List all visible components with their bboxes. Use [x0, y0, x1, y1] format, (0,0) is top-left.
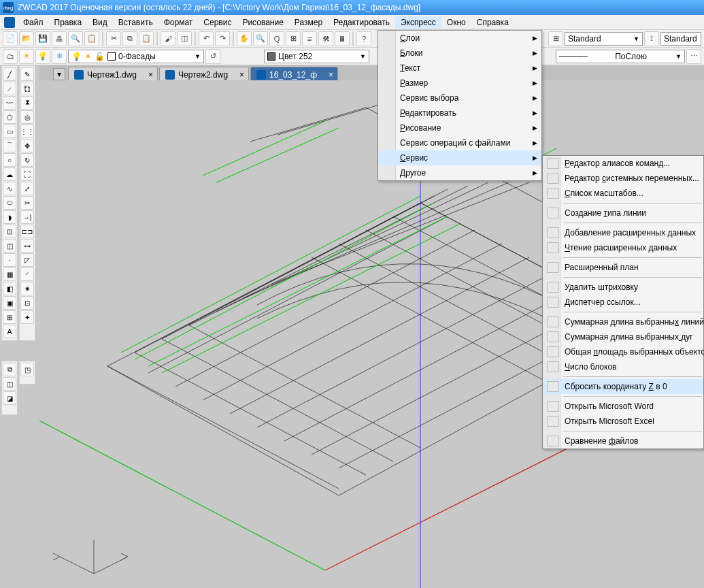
- tab-close[interactable]: ×: [329, 70, 333, 80]
- props-button[interactable]: ≡: [302, 31, 317, 46]
- offset-tool[interactable]: ◎: [20, 110, 34, 124]
- table-style-icon[interactable]: ⊞: [548, 31, 563, 46]
- express-dropdown[interactable]: Слои▶Блоки▶Текст▶Размер▶Сервис выбора▶Ре…: [378, 30, 542, 181]
- xline-tool[interactable]: ⟋: [3, 82, 16, 95]
- menu-item[interactable]: Сбросить координату Z в 0: [543, 379, 703, 394]
- trim-tool[interactable]: ✂: [20, 196, 34, 210]
- design-button[interactable]: ⊞: [286, 31, 301, 46]
- publish-button[interactable]: 📋: [84, 31, 99, 46]
- t3[interactable]: ◪: [3, 391, 16, 405]
- ellipsearc-tool[interactable]: ◗: [3, 210, 16, 224]
- join-tool[interactable]: ⊶: [20, 239, 34, 252]
- menu-item[interactable]: Открыть Microsoft Excel: [543, 414, 703, 429]
- menu-item[interactable]: Рисование▶: [378, 120, 541, 135]
- menu-справка[interactable]: Справка: [471, 16, 514, 29]
- break-tool[interactable]: ⊏⊐: [20, 225, 34, 238]
- zoom2-button[interactable]: Q: [269, 31, 284, 46]
- menu-файл[interactable]: Файл: [18, 16, 49, 29]
- block-tool[interactable]: ◫: [3, 239, 16, 252]
- gradient-tool[interactable]: ◧: [3, 282, 16, 295]
- menu-item[interactable]: Расширенный план: [543, 260, 703, 275]
- t4[interactable]: ◳: [20, 363, 34, 376]
- copy-tool[interactable]: ⿻: [20, 82, 34, 95]
- arc-tool[interactable]: ⌒: [3, 139, 16, 152]
- menu-item[interactable]: Сервис▶: [378, 150, 541, 165]
- erase-tool[interactable]: ✎: [20, 67, 34, 81]
- cut-button[interactable]: ✂: [106, 31, 121, 46]
- layer-prev-button[interactable]: ↺: [205, 49, 220, 64]
- menu-item[interactable]: Сервис выбора▶: [378, 91, 541, 105]
- t1[interactable]: ⧉: [3, 363, 16, 376]
- linetype-dropdown[interactable]: ———— ПоСлою ▼: [556, 50, 685, 63]
- mtext-tool[interactable]: A: [3, 325, 16, 338]
- undo-button[interactable]: ↶: [199, 31, 214, 46]
- menu-item[interactable]: Другое▶: [378, 165, 541, 180]
- layer-dropdown[interactable]: 💡☀🔓 0-Фасады ▼: [68, 50, 204, 63]
- insert-tool[interactable]: ⊡: [3, 225, 16, 238]
- help-button[interactable]: ?: [356, 31, 371, 46]
- menu-редактировать[interactable]: Редактировать: [328, 16, 395, 29]
- menu-item[interactable]: Диспетчер ссылок...: [543, 295, 703, 310]
- revcloud-tool[interactable]: ☁: [3, 167, 16, 181]
- tab-scroll-left[interactable]: ▾: [53, 68, 65, 80]
- freeze-icon[interactable]: ❄: [52, 49, 67, 64]
- scale-tool[interactable]: ⛶: [20, 167, 34, 181]
- menu-item[interactable]: Число блоков: [543, 359, 703, 374]
- preview-button[interactable]: 🔍: [68, 31, 83, 46]
- stretch-tool[interactable]: ⤢: [20, 182, 34, 195]
- chamfer-tool[interactable]: ◸: [20, 253, 34, 267]
- linetype-button[interactable]: ⋯: [686, 49, 701, 64]
- menu-item[interactable]: Удалить штриховку: [543, 280, 703, 295]
- explode-tool[interactable]: ✷: [20, 282, 34, 295]
- menu-item[interactable]: Редактировать▶: [378, 105, 541, 120]
- menu-item[interactable]: Суммарная длина выбранных дуг: [543, 329, 703, 344]
- new-button[interactable]: 📄: [3, 31, 18, 46]
- menu-экспресс[interactable]: Экспресс: [395, 16, 441, 29]
- menu-item[interactable]: Добавление расширенных данных: [543, 225, 703, 240]
- polygon-tool[interactable]: ⬠: [3, 110, 16, 124]
- menu-item[interactable]: Список масштабов...: [543, 186, 703, 201]
- menu-item[interactable]: Текст▶: [378, 61, 541, 76]
- open-button[interactable]: 📂: [19, 31, 34, 46]
- t2[interactable]: ◫: [3, 377, 16, 391]
- region-tool[interactable]: ▣: [3, 296, 16, 310]
- tab-Чертеж2.dwg[interactable]: Чертеж2.dwg×: [159, 67, 249, 80]
- pan-button[interactable]: ✋: [237, 31, 252, 46]
- block-button[interactable]: ◫: [177, 31, 192, 46]
- save-button[interactable]: 💾: [35, 31, 50, 46]
- color-dropdown[interactable]: Цвет 252 ▼: [264, 50, 369, 63]
- menu-item[interactable]: Сервис операций с файлами▶: [378, 135, 541, 150]
- service-submenu[interactable]: Редактор алиасов команд...Редактор систе…: [542, 155, 704, 449]
- rotate-tool[interactable]: ↻: [20, 153, 34, 167]
- menu-вставить[interactable]: Вставить: [113, 16, 158, 29]
- array-tool[interactable]: ⋮⋮: [20, 125, 34, 138]
- pline-tool[interactable]: 〰: [3, 96, 16, 110]
- extend-tool[interactable]: →|: [20, 210, 34, 224]
- mirror-tool[interactable]: ⧗: [20, 96, 34, 110]
- sun-icon[interactable]: ☀: [19, 49, 34, 64]
- calc-button[interactable]: 🖩: [335, 31, 350, 46]
- print-button[interactable]: 🖶: [52, 31, 67, 46]
- tab-close[interactable]: ×: [148, 70, 153, 80]
- menu-рисование[interactable]: Рисование: [237, 16, 288, 29]
- style-dropdown-2[interactable]: Standard: [660, 32, 701, 46]
- menu-item[interactable]: Открыть Microsoft Word: [543, 399, 703, 414]
- hatch-tool[interactable]: ▦: [3, 267, 16, 281]
- tool-button[interactable]: 🛠: [318, 31, 333, 46]
- menu-сервис[interactable]: Сервис: [198, 16, 237, 29]
- dim-style-icon[interactable]: ⟟: [644, 31, 659, 46]
- circle-tool[interactable]: ○: [3, 153, 16, 167]
- point-tool[interactable]: ·: [3, 253, 16, 267]
- table-tool[interactable]: ⊞: [3, 310, 16, 324]
- rect-tool[interactable]: ▭: [3, 125, 16, 138]
- line-tool[interactable]: ╱: [3, 67, 16, 81]
- menu-вид[interactable]: Вид: [87, 16, 113, 29]
- layer-manager-button[interactable]: 🗂: [3, 49, 18, 64]
- 104-tool[interactable]: ⊡: [20, 296, 34, 310]
- menu-окно[interactable]: Окно: [441, 16, 471, 29]
- move-tool[interactable]: ✥: [20, 139, 34, 152]
- bulb-icon[interactable]: 💡: [35, 49, 50, 64]
- menu-item[interactable]: Общая площадь выбранных объектов: [543, 344, 703, 359]
- menu-item[interactable]: Чтение расширенных данных: [543, 240, 703, 255]
- spline-tool[interactable]: ∿: [3, 182, 16, 195]
